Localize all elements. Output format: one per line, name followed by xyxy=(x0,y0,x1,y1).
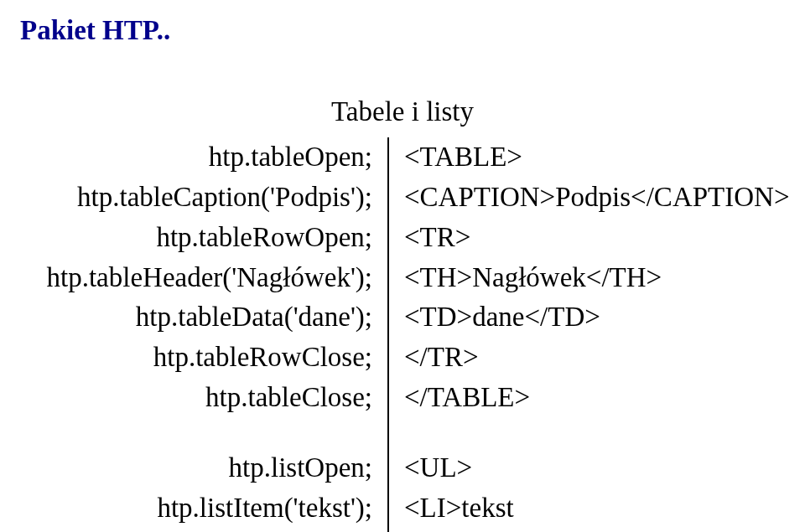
code-line: <CAPTION>Podpis</CAPTION> xyxy=(404,178,785,218)
code-line: htp.tableHeader('Nagłówek'); xyxy=(20,258,372,298)
code-line: htp.tableRowClose; xyxy=(20,338,372,378)
list-commands-left: htp.listOpen; htp.listItem('tekst'); htp… xyxy=(20,448,372,532)
code-line: <TH>Nagłówek</TH> xyxy=(404,258,785,298)
right-column: <TABLE> <CAPTION>Podpis</CAPTION> <TR> <… xyxy=(389,137,785,532)
code-line: <LI>tekst xyxy=(404,488,785,529)
code-line: <UL> xyxy=(404,448,785,488)
table-commands-left: htp.tableOpen; htp.tableCaption('Podpis'… xyxy=(20,137,372,418)
code-line: htp.listClose; xyxy=(20,529,372,532)
code-line: </UL> xyxy=(404,529,785,532)
code-line: </TABLE> xyxy=(404,378,785,418)
content-columns: htp.tableOpen; htp.tableCaption('Podpis'… xyxy=(20,137,785,532)
subtitle: Tabele i listy xyxy=(20,96,785,127)
left-column: htp.tableOpen; htp.tableCaption('Podpis'… xyxy=(20,137,389,532)
code-line: htp.listOpen; xyxy=(20,448,372,488)
code-line: htp.listItem('tekst'); xyxy=(20,488,372,529)
code-line: htp.tableRowOpen; xyxy=(20,218,372,258)
code-line: htp.tableOpen; xyxy=(20,137,372,178)
code-line: htp.tableData('dane'); xyxy=(20,297,372,338)
spacer xyxy=(404,418,785,448)
code-line: <TD>dane</TD> xyxy=(404,297,785,338)
code-line: htp.tableClose; xyxy=(20,378,372,418)
table-commands-right: <TABLE> <CAPTION>Podpis</CAPTION> <TR> <… xyxy=(404,137,785,418)
spacer xyxy=(20,418,372,448)
code-line: <TABLE> xyxy=(404,137,785,178)
page-title: Pakiet HTP.. xyxy=(20,15,785,46)
code-line: htp.tableCaption('Podpis'); xyxy=(20,178,372,218)
code-line: <TR> xyxy=(404,218,785,258)
list-commands-right: <UL> <LI>tekst </UL> xyxy=(404,448,785,532)
code-line: </TR> xyxy=(404,338,785,378)
